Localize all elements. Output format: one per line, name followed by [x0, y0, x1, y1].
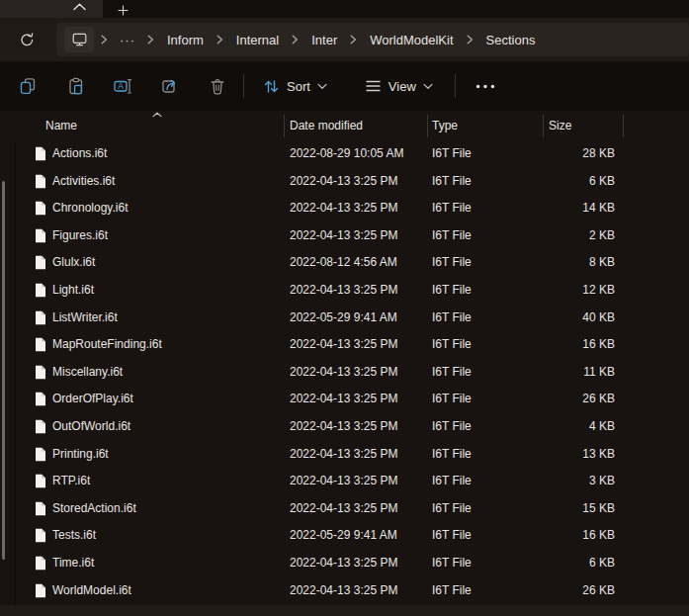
file-name: WorldModel.i6t	[52, 577, 131, 605]
column-header-size[interactable]: Size	[549, 111, 571, 140]
table-row[interactable]: Tests.i6t 2022-05-29 9:41 AM I6T File 16…	[0, 522, 689, 550]
share-button[interactable]	[153, 69, 187, 103]
table-row[interactable]: OutOfWorld.i6t 2022-04-13 3:25 PM I6T Fi…	[0, 413, 689, 441]
ellipsis-icon	[475, 84, 495, 89]
address-bar[interactable]: ··· Inform Internal Inter WorldModelKit …	[56, 23, 689, 56]
copy-icon	[19, 77, 37, 95]
file-size: 40 KB	[524, 305, 615, 332]
file-type: I6T File	[432, 305, 472, 332]
see-more-button[interactable]	[469, 69, 502, 103]
file-list: Actions.i6t 2022-08-29 10:05 AM I6T File…	[0, 140, 689, 605]
file-name: Actions.i6t	[52, 140, 107, 168]
plus-icon	[117, 4, 129, 17]
file-type: I6T File	[432, 522, 472, 550]
table-row[interactable]: Activities.i6t 2022-04-13 3:25 PM I6T Fi…	[0, 168, 689, 196]
file-date-modified: 2022-04-13 3:25 PM	[290, 413, 397, 441]
file-icon	[35, 255, 46, 270]
file-type: I6T File	[432, 195, 472, 222]
file-type: I6T File	[432, 495, 472, 523]
table-row[interactable]: Printing.i6t 2022-04-13 3:25 PM I6T File…	[0, 441, 689, 469]
column-divider[interactable]	[623, 115, 624, 137]
chevron-right-icon	[343, 35, 364, 44]
table-row[interactable]: MapRouteFinding.i6t 2022-04-13 3:25 PM I…	[0, 331, 689, 359]
vertical-scrollbar-thumb[interactable]	[2, 181, 5, 560]
file-size: 13 KB	[524, 441, 615, 469]
file-type: I6T File	[432, 577, 472, 605]
view-dropdown[interactable]: View	[355, 72, 443, 101]
monitor-icon	[72, 33, 87, 46]
rename-button[interactable]: A	[106, 69, 139, 103]
column-divider[interactable]	[543, 115, 544, 137]
file-name: Time.i6t	[52, 550, 94, 577]
table-row[interactable]: Figures.i6t 2022-04-13 3:25 PM I6T File …	[0, 222, 689, 250]
file-icon	[35, 556, 46, 571]
file-name: Figures.i6t	[52, 222, 108, 250]
column-divider[interactable]	[284, 115, 285, 137]
file-icon	[35, 283, 46, 298]
breadcrumb-item[interactable]: Internal	[230, 29, 285, 51]
breadcrumb-item[interactable]: Inform	[161, 29, 210, 51]
new-tab-button[interactable]	[114, 2, 131, 18]
breadcrumb-item[interactable]: Inter	[305, 29, 343, 51]
breadcrumb-item[interactable]: WorldModelKit	[364, 29, 459, 51]
file-type: I6T File	[432, 277, 472, 305]
table-row[interactable]: Glulx.i6t 2022-08-12 4:56 AM I6T File 8 …	[0, 249, 689, 277]
table-row[interactable]: WorldModel.i6t 2022-04-13 3:25 PM I6T Fi…	[0, 577, 689, 605]
chevron-right-icon	[210, 35, 230, 44]
breadcrumb: Inform Internal Inter WorldModelKit Sect…	[140, 29, 541, 51]
active-tab[interactable]	[0, 0, 103, 18]
table-row[interactable]: ListWriter.i6t 2022-05-29 9:41 AM I6T Fi…	[0, 305, 689, 332]
table-row[interactable]: RTP.i6t 2022-04-13 3:25 PM I6T File 3 KB	[0, 468, 689, 495]
file-icon	[35, 365, 46, 380]
file-name: StoredAction.i6t	[52, 495, 136, 523]
file-icon	[35, 474, 46, 488]
table-row[interactable]: Miscellany.i6t 2022-04-13 3:25 PM I6T Fi…	[0, 359, 689, 387]
breadcrumb-item[interactable]: Sections	[480, 29, 542, 51]
rename-icon: A	[114, 77, 132, 95]
file-name: Printing.i6t	[52, 441, 109, 469]
file-type: I6T File	[432, 140, 472, 168]
trash-icon	[209, 77, 226, 96]
file-type: I6T File	[432, 441, 472, 469]
chevron-down-icon	[317, 83, 327, 90]
column-header-name[interactable]: Name	[45, 111, 77, 140]
file-name: Light.i6t	[52, 277, 94, 305]
column-divider[interactable]	[427, 115, 428, 137]
file-date-modified: 2022-04-13 3:25 PM	[290, 331, 397, 359]
file-size: 2 KB	[524, 222, 615, 250]
copy-button[interactable]	[11, 69, 44, 103]
breadcrumb-overflow-button[interactable]: ···	[115, 31, 140, 49]
file-icon	[35, 583, 46, 598]
file-size: 16 KB	[524, 331, 615, 359]
table-row[interactable]: Light.i6t 2022-04-13 3:25 PM I6T File 12…	[0, 277, 689, 305]
this-pc-button[interactable]	[64, 27, 94, 52]
chevron-right-icon	[94, 35, 115, 44]
file-type: I6T File	[432, 359, 472, 387]
table-row[interactable]: OrderOfPlay.i6t 2022-04-13 3:25 PM I6T F…	[0, 386, 689, 413]
table-row[interactable]: StoredAction.i6t 2022-04-13 3:25 PM I6T …	[0, 495, 689, 523]
refresh-button[interactable]	[13, 27, 41, 52]
file-size: 3 KB	[524, 468, 615, 495]
chevron-down-icon	[423, 83, 433, 90]
chevron-up-icon	[73, 3, 86, 11]
file-name: Glulx.i6t	[52, 249, 95, 277]
file-icon	[35, 228, 46, 243]
chevron-right-icon	[460, 35, 480, 44]
paste-button[interactable]	[58, 69, 92, 103]
refresh-icon	[19, 32, 36, 48]
chevron-right-icon	[140, 35, 161, 44]
sort-dropdown[interactable]: Sort	[253, 71, 337, 102]
file-size: 26 KB	[524, 386, 615, 413]
table-row[interactable]: Time.i6t 2022-04-13 3:25 PM I6T File 6 K…	[0, 550, 689, 577]
file-name: Activities.i6t	[52, 168, 115, 196]
column-header-date-modified[interactable]: Date modified	[290, 111, 363, 140]
table-row[interactable]: Actions.i6t 2022-08-29 10:05 AM I6T File…	[0, 140, 689, 168]
delete-button[interactable]	[201, 69, 234, 103]
file-size: 14 KB	[524, 195, 615, 222]
file-date-modified: 2022-04-13 3:25 PM	[290, 550, 397, 577]
column-header-type[interactable]: Type	[432, 111, 458, 140]
file-date-modified: 2022-04-13 3:25 PM	[290, 195, 397, 222]
table-row[interactable]: Chronology.i6t 2022-04-13 3:25 PM I6T Fi…	[0, 195, 689, 222]
file-name: OrderOfPlay.i6t	[52, 386, 133, 413]
toolbar-divider	[455, 74, 456, 98]
